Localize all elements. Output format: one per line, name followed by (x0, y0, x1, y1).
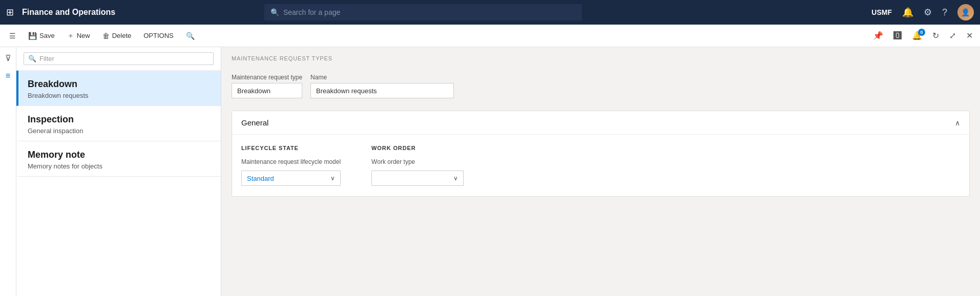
main-layout: ⊽ ≡ 🔍 Breakdown Breakdown requests Inspe… (0, 47, 980, 296)
lifecycle-col-title: LIFECYCLE STATE (241, 145, 341, 151)
list-item[interactable]: Breakdown Breakdown requests (16, 71, 221, 106)
refresh-button[interactable]: ↻ (929, 29, 942, 43)
general-title: General (241, 118, 268, 127)
global-search[interactable]: 🔍 (264, 4, 582, 20)
list-item-title: Inspection (28, 114, 212, 125)
office-button[interactable]: 🅾 (890, 29, 905, 43)
user-avatar[interactable]: 👤 (957, 4, 974, 20)
list-rail-icon[interactable]: ≡ (6, 71, 10, 80)
general-body: LIFECYCLE STATE Maintenance request life… (232, 135, 969, 196)
top-navigation: ⊞ Finance and Operations 🔍 USMF 🔔 ⚙ ? 👤 (0, 0, 980, 25)
search-button[interactable]: 🔍 (181, 29, 200, 43)
general-section: General ∧ LIFECYCLE STATE Maintenance re… (232, 111, 970, 197)
settings-button[interactable]: ⚙ (924, 7, 932, 18)
company-label: USMF (871, 8, 892, 16)
list-item[interactable]: Inspection General inspaction (16, 106, 221, 141)
delete-icon: 🗑 (102, 32, 110, 40)
workorder-col-title: WORK ORDER (371, 145, 464, 151)
general-section-header[interactable]: General ∧ (232, 111, 969, 135)
list-item-title: Memory note (28, 150, 212, 160)
search-input[interactable] (283, 8, 576, 16)
nav-right-area: USMF 🔔 ⚙ ? 👤 (871, 4, 974, 20)
left-panel: 🔍 Breakdown Breakdown requests Inspectio… (16, 47, 221, 296)
chevron-up-icon: ∧ (955, 119, 960, 127)
popout-button[interactable]: ⤢ (946, 29, 959, 43)
sidebar-rail: ⊽ ≡ (0, 47, 16, 296)
lifecycle-dropdown-value: Standard (247, 175, 326, 182)
chevron-down-icon: ∨ (330, 175, 335, 182)
filter-rail-icon[interactable]: ⊽ (5, 53, 11, 63)
filter-input[interactable] (39, 55, 209, 62)
notifications-button[interactable]: 🔔 (902, 7, 913, 18)
type-input[interactable]: Breakdown (232, 83, 302, 98)
toolbar-right: 📌 🅾 🔔 0 ↻ ⤢ ✕ (870, 29, 976, 43)
list-item-subtitle: Memory notes for objects (28, 162, 212, 170)
pin-button[interactable]: 📌 (870, 29, 886, 43)
filter-box: 🔍 (16, 47, 221, 71)
grid-icon[interactable]: ⊞ (6, 7, 14, 18)
list-item-subtitle: Breakdown requests (28, 92, 212, 99)
section-columns: LIFECYCLE STATE Maintenance request life… (241, 145, 960, 186)
hamburger-button[interactable]: ☰ (4, 29, 21, 43)
section-label: MAINTENANCE REQUEST TYPES (232, 55, 970, 61)
workorder-field-label: Work order type (371, 158, 464, 165)
toolbar: ☰ 💾 Save ＋ New 🗑 Delete OPTIONS 🔍 📌 🅾 🔔 … (0, 25, 980, 47)
app-title: Finance and Operations (22, 8, 115, 17)
workorder-column: WORK ORDER Work order type ∨ (371, 145, 464, 186)
save-icon: 💾 (28, 32, 37, 40)
list-item[interactable]: Memory note Memory notes for objects (16, 141, 221, 177)
help-button[interactable]: ? (942, 7, 947, 18)
notification-button[interactable]: 🔔 0 (909, 29, 925, 43)
lifecycle-column: LIFECYCLE STATE Maintenance request life… (241, 145, 341, 186)
search-icon: 🔍 (270, 8, 279, 16)
save-button[interactable]: 💾 Save (23, 29, 60, 43)
new-button[interactable]: ＋ New (62, 29, 95, 43)
workorder-dropdown[interactable]: ∨ (371, 171, 464, 186)
close-button[interactable]: ✕ (963, 29, 976, 43)
name-field-group: Name Breakdown requests (310, 74, 454, 98)
lifecycle-field-label: Maintenance request lifecycle model (241, 158, 341, 165)
name-label: Name (310, 74, 454, 81)
options-button[interactable]: OPTIONS (138, 29, 179, 42)
filter-search-icon: 🔍 (28, 55, 36, 62)
toolbar-search-icon: 🔍 (186, 32, 195, 40)
notification-badge: 0 (918, 29, 925, 36)
hamburger-icon: ☰ (9, 32, 16, 40)
filter-input-wrapper[interactable]: 🔍 (24, 52, 214, 65)
plus-icon: ＋ (67, 31, 74, 40)
list-item-title: Breakdown (28, 79, 212, 90)
list-item-subtitle: General inspaction (28, 127, 212, 135)
lifecycle-dropdown[interactable]: Standard ∨ (241, 171, 341, 186)
right-panel: MAINTENANCE REQUEST TYPES Maintenance re… (221, 47, 980, 296)
form-row: Maintenance request type Breakdown Name … (232, 74, 970, 102)
name-input[interactable]: Breakdown requests (310, 83, 454, 98)
delete-button[interactable]: 🗑 Delete (97, 29, 137, 43)
type-label: Maintenance request type (232, 74, 302, 81)
chevron-down-icon: ∨ (453, 175, 458, 182)
type-field-group: Maintenance request type Breakdown (232, 74, 302, 98)
